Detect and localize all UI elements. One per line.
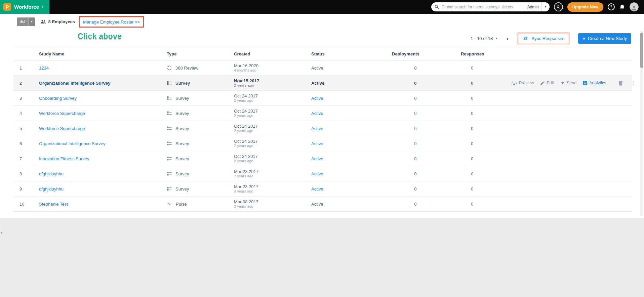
- survey-type-icon: [167, 141, 172, 146]
- row-index: 1: [13, 66, 39, 71]
- deployments-count[interactable]: 0: [414, 111, 416, 116]
- study-type-label: Survey: [175, 186, 189, 192]
- deployments-count[interactable]: 0: [414, 66, 416, 71]
- manage-roster-link[interactable]: Manage Employee Roster >>: [83, 19, 140, 25]
- user-avatar[interactable]: [630, 2, 639, 11]
- study-type-label: Survey: [175, 126, 189, 131]
- status-value[interactable]: Active: [311, 171, 323, 176]
- global-search: Admin ▾: [431, 2, 550, 11]
- study-name-link[interactable]: Workforce Supercharge: [39, 111, 85, 116]
- delete-button[interactable]: [618, 81, 623, 86]
- study-type-label: Pulse: [176, 202, 187, 207]
- search-icon: [435, 5, 439, 9]
- row-index: 10: [13, 202, 39, 207]
- questionpro-logo-icon: P: [3, 3, 11, 11]
- study-type-label: Survey: [175, 96, 189, 101]
- survey-type-icon: [167, 186, 172, 192]
- study-name-link[interactable]: Workforce Supercharge: [39, 126, 85, 131]
- search-submit-button[interactable]: [554, 2, 563, 11]
- click-above-annotation: Click above: [78, 32, 122, 41]
- deployments-count[interactable]: 0: [414, 126, 416, 131]
- search-scope-dropdown[interactable]: Admin: [527, 5, 541, 9]
- responses-count: 0: [471, 81, 473, 86]
- study-row[interactable]: 3 Onboarding Survey Survey Oct 24 2017 2…: [13, 91, 632, 106]
- study-name-link[interactable]: Organizational Intelligence Survey: [39, 81, 110, 86]
- study-type-cell: Survey: [167, 126, 234, 131]
- pulse-type-icon: [167, 202, 172, 206]
- study-name-link[interactable]: Onboarding Survey: [39, 96, 77, 101]
- create-study-button[interactable]: + Create a New Study: [578, 33, 631, 44]
- study-row[interactable]: 2 Organizational Intelligence Survey Sur…: [13, 76, 632, 91]
- study-row[interactable]: 6 Organizational Intelligence Survey Sur…: [13, 136, 632, 151]
- study-name-link[interactable]: Stephanie Test: [39, 202, 68, 207]
- study-name-link[interactable]: dfghjkluyhhu: [39, 171, 64, 176]
- study-name-link[interactable]: Organizational Intelligence Survey: [39, 141, 105, 146]
- workforce-product-menu[interactable]: P Workforce ▾: [0, 0, 49, 14]
- employees-count: 8 Employees: [48, 19, 75, 24]
- row-actions: Preview Edit Send Analytics ⋮: [511, 80, 638, 86]
- deployments-count[interactable]: 0: [414, 141, 416, 146]
- study-row[interactable]: 8 dfghjkluyhhu Survey Mar 23 2017 3 year…: [13, 166, 632, 181]
- deployments-count[interactable]: 0: [414, 171, 416, 176]
- send-button[interactable]: Send: [560, 81, 576, 85]
- study-type-cell: Survey: [167, 141, 234, 146]
- status-value[interactable]: Active: [311, 111, 323, 116]
- row-index: 3: [13, 96, 39, 101]
- created-date: Oct 24 2017: [234, 109, 311, 114]
- upgrade-now-button[interactable]: Upgrade Now: [567, 2, 603, 12]
- study-row[interactable]: 10 Stephanie Test Pulse Mar 08 2017 3 ye…: [13, 197, 632, 212]
- status-value[interactable]: Active: [311, 126, 323, 131]
- column-header-created: Created: [234, 51, 311, 56]
- study-row[interactable]: 5 Workforce Supercharge Survey Oct 24 20…: [13, 121, 632, 136]
- global-search-input[interactable]: [439, 5, 527, 9]
- pagination-dropdown[interactable]: 1 - 10 of 18 ▾: [471, 36, 497, 41]
- responses-count: 0: [471, 202, 473, 207]
- study-row[interactable]: 7 Innovation Fitness Survey Survey Oct 2…: [13, 151, 632, 166]
- study-type-cell: Survey: [167, 171, 234, 176]
- created-relative-time: 3 years ago: [234, 174, 311, 178]
- status-value[interactable]: Active: [311, 156, 323, 161]
- status-value[interactable]: Active: [311, 141, 323, 146]
- send-icon: [560, 81, 565, 85]
- created-cell: Mar 16 2020 4 months ago: [234, 63, 311, 73]
- responses-count: 0: [471, 111, 473, 116]
- pagination-label: 1 - 10 of 18: [471, 36, 493, 41]
- created-cell: Oct 24 2017 2 years ago: [234, 109, 311, 118]
- status-value[interactable]: Active: [311, 186, 323, 192]
- deployments-count[interactable]: 0: [414, 186, 416, 192]
- study-type-cell: Survey: [167, 111, 234, 116]
- analytics-button[interactable]: Analytics: [583, 81, 606, 85]
- team-dropdown[interactable]: dsf ▾: [17, 17, 35, 26]
- notifications-bell-icon[interactable]: [619, 4, 625, 10]
- study-row[interactable]: 1 1234 360 Review Mar 16 2020 4 months a…: [13, 60, 632, 76]
- study-row[interactable]: 4 Workforce Supercharge Survey Oct 24 20…: [13, 106, 632, 121]
- help-button[interactable]: ?: [608, 3, 615, 10]
- deployments-count[interactable]: 0: [414, 96, 416, 101]
- created-date: Oct 24 2017: [234, 139, 311, 144]
- row-index: 2: [13, 81, 39, 86]
- pencil-icon: [540, 81, 545, 85]
- study-row[interactable]: 9 dfghjkluyhhu Survey Mar 23 2017 3 year…: [13, 181, 632, 197]
- scrollbar-track[interactable]: [640, 31, 643, 216]
- study-name-link[interactable]: 1234: [39, 66, 49, 71]
- product-name: Workforce: [14, 4, 39, 10]
- created-cell: Mar 08 2017 3 years ago: [234, 199, 311, 209]
- scrollbar-thumb[interactable]: [640, 33, 643, 68]
- collapse-panel-button[interactable]: ‹: [1, 229, 3, 235]
- preview-button[interactable]: Preview: [511, 81, 534, 85]
- responses-count: 0: [471, 96, 473, 101]
- next-page-button[interactable]: ›: [506, 35, 509, 42]
- bar-chart-icon: [583, 81, 587, 85]
- more-options-button[interactable]: ⋮: [631, 80, 636, 86]
- status-value[interactable]: Active: [311, 96, 323, 101]
- edit-button[interactable]: Edit: [540, 81, 554, 85]
- search-scope-caret-icon[interactable]: ▾: [541, 2, 550, 11]
- edit-label: Edit: [547, 81, 554, 85]
- sync-responses-button[interactable]: Sync Responses: [518, 33, 569, 44]
- deployments-count[interactable]: 0: [414, 156, 416, 161]
- study-name-link[interactable]: Innovation Fitness Survey: [39, 156, 89, 161]
- study-name-link[interactable]: dfghjkluyhhu: [39, 186, 64, 192]
- deployments-count: 0: [414, 81, 416, 86]
- created-date: Oct 24 2017: [234, 124, 311, 129]
- study-type-cell: Survey: [167, 156, 234, 161]
